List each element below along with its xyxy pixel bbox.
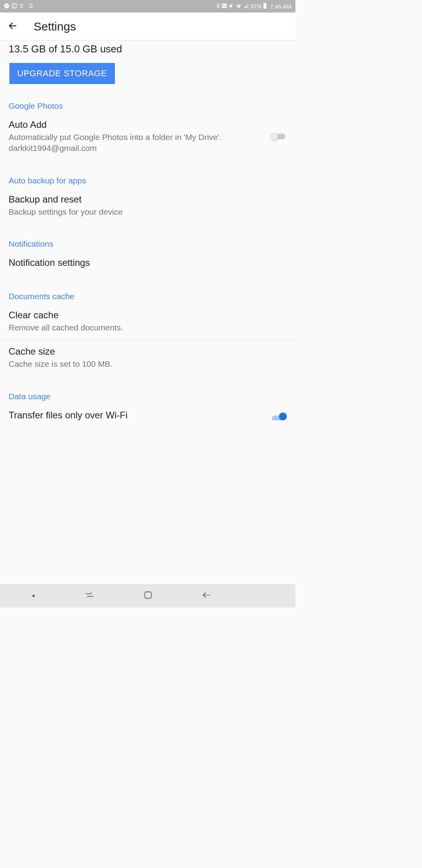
page-title: Settings [34,20,76,33]
status-right-icons: N 91% 7:46 AM [216,3,291,10]
battery-percent: 91% [250,3,261,9]
auto-add-item[interactable]: Auto Add Automatically put Google Photos… [0,114,295,161]
app-icon-2 [20,3,27,9]
app-icon-3 [29,3,36,9]
cache-size-title: Cache size [9,346,287,357]
media-icon [4,3,9,10]
home-button[interactable] [144,591,152,601]
storage-usage-text: 13.5 GB of 15.0 GB used [0,43,295,55]
svg-rect-20 [145,592,152,599]
back-arrow-icon[interactable] [8,21,18,32]
clear-cache-item[interactable]: Clear cache Remove all cached documents. [0,304,295,340]
nav-indicator-dot [32,595,35,597]
svg-rect-13 [31,7,32,8]
svg-rect-18 [263,3,266,9]
cache-size-item[interactable]: Cache size Cache size is set to 100 MB. [0,341,295,377]
svg-rect-9 [22,7,23,8]
notification-settings-item[interactable]: Notification settings [0,252,295,277]
svg-rect-8 [20,7,21,8]
svg-rect-11 [31,4,32,5]
svg-rect-10 [30,4,31,5]
clear-cache-subtitle: Remove all cached documents. [9,322,287,333]
backup-reset-subtitle: Backup settings for your device [9,206,287,217]
auto-add-subtitle: Automatically put Google Photos into a f… [9,132,263,154]
svg-rect-2 [13,4,14,5]
section-header-documents-cache: Documents cache [0,286,295,304]
svg-text:N: N [223,4,225,7]
cache-size-subtitle: Cache size is set to 100 MB. [9,359,287,369]
bluetooth-icon [216,3,220,10]
mute-icon [229,3,234,10]
svg-rect-1 [12,4,17,8]
wifi-only-item[interactable]: Transfer files only over Wi-Fi [0,404,295,422]
notification-settings-title: Notification settings [9,257,287,268]
battery-icon [263,3,267,10]
navigation-bar [0,584,295,608]
app-bar: Settings [0,13,295,41]
section-header-notifications: Notifications [0,234,295,252]
svg-rect-17 [264,3,265,4]
settings-content[interactable]: 13.5 GB of 15.0 GB used UPGRADE STORAGE … [0,41,295,584]
status-left-icons [4,3,36,10]
svg-rect-12 [30,7,31,8]
upgrade-storage-button[interactable]: UPGRADE STORAGE [9,63,115,84]
section-header-google-photos: Google Photos [0,96,295,114]
svg-rect-6 [20,4,21,5]
wifi-icon [236,3,242,9]
nfc-icon: N [222,3,227,10]
section-header-data-usage: Data usage [0,386,295,404]
backup-reset-title: Backup and reset [9,194,287,205]
status-bar: N 91% 7:46 AM [0,0,295,13]
section-header-auto-backup: Auto backup for apps [0,170,295,188]
clear-cache-title: Clear cache [9,310,287,321]
signal-icon [243,3,249,10]
back-button[interactable] [202,592,211,600]
svg-rect-7 [22,4,23,5]
recents-button[interactable] [84,592,95,600]
clock: 7:46 AM [270,3,291,10]
auto-add-toggle[interactable] [270,132,287,141]
wifi-only-toggle[interactable] [270,412,287,420]
auto-add-title: Auto Add [9,119,263,130]
app-icon-1 [12,3,17,10]
wifi-only-title: Transfer files only over Wi-Fi [9,410,263,421]
svg-rect-3 [13,6,14,7]
backup-reset-item[interactable]: Backup and reset Backup settings for you… [0,188,295,224]
